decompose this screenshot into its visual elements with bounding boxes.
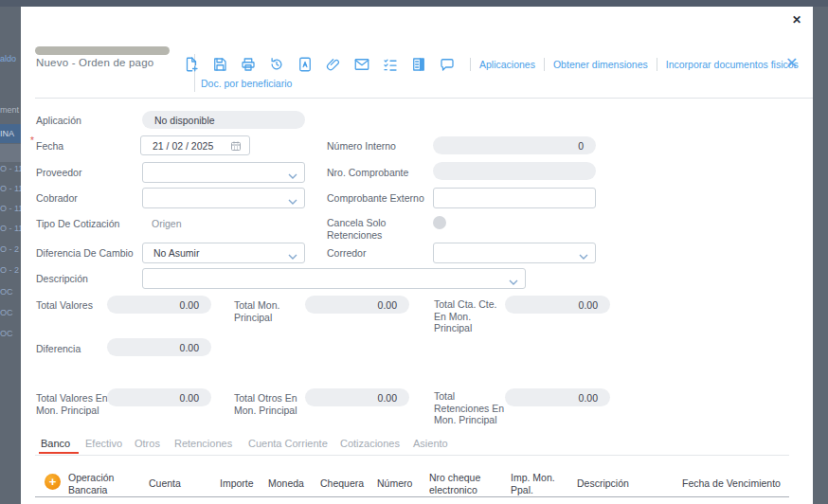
total-otros-mp-label: Total Otros En Mon. Principal [234,392,308,416]
payment-order-modal [21,7,813,504]
backdrop-row-fragment: O - 11 [0,224,21,233]
nro-comprobante-field [433,162,596,180]
backdrop-link-fragment: aldo [0,54,21,63]
cancela-retenciones-toggle [433,216,446,229]
journal-icon[interactable] [410,56,427,73]
numero-interno-field: 0 [433,136,596,154]
new-document-icon[interactable] [183,56,200,73]
column-header-operacion-bancaria: Operación Bancaria [68,472,123,495]
tipo-cotizacion-value: Origen [152,218,182,229]
column-header-chequera: Chequera [320,477,364,490]
aplicacion-field: No disponible [142,111,305,129]
column-header-nro-cheque-electronico: Nro cheque electronico [429,472,494,495]
email-icon[interactable] [353,56,370,73]
total-cta-cte-field: 0.00 [505,296,610,314]
total-valores-mp-field: 0.00 [107,388,211,406]
total-valores-field: 0.00 [107,296,211,314]
screen: aldo ment INA O - 11 O - 11 O - 11 O - 1… [0,0,828,504]
column-header-numero: Número [377,477,412,490]
loading-skeleton [35,46,170,55]
page-title: Nuevo - Orden de pago [36,56,180,69]
tab-cuenta-corriente[interactable]: Cuenta Corriente [248,438,328,449]
link-aplicaciones[interactable]: Aplicaciones [479,59,535,70]
total-valores-mp-label: Total Valores En Mon. Principal [36,392,114,416]
fecha-label: Fecha [36,140,63,153]
window-close-icon[interactable]: ✕ [792,13,801,27]
fecha-required-mark: * [30,135,34,146]
fecha-input[interactable]: 21 / 02 / 2025 [140,135,250,155]
column-header-importe: Importe [220,477,254,490]
grid-header-border [35,496,789,497]
column-header-cuenta: Cuenta [149,477,181,490]
link-incorporar-documentos[interactable]: Incorporar documentos fisicos [666,59,799,70]
backdrop-row-fragment: OC [0,329,21,338]
comment-icon[interactable] [439,56,456,73]
total-otros-mp-field: 0.00 [305,388,409,406]
total-retenciones-mp-field: 0.00 [505,388,610,406]
chevron-down-icon [288,170,297,181]
save-icon[interactable] [211,56,228,73]
total-mon-principal-label: Total Mon. Principal [234,299,295,323]
link-divider [657,58,657,71]
total-retenciones-mp-label: Total Retenciones En Mon. Principal [434,390,510,426]
attachment-icon[interactable] [325,56,342,73]
fecha-value: 21 / 02 / 2025 [153,140,213,152]
aplicacion-label: Aplicación [36,115,81,127]
total-mon-principal-field: 0.00 [305,296,409,314]
tab-otros[interactable]: Otros [135,438,160,449]
backdrop-row-fragment: OC [0,287,21,297]
header-rule [35,98,813,99]
print-icon[interactable] [240,56,257,73]
backdrop-row-fragment: O - 2 [0,265,21,275]
cobrador-label: Cobrador [36,192,78,205]
tab-cotizaciones[interactable]: Cotizaciones [340,438,400,449]
link-doc-por-beneficiario[interactable]: Doc. por beneficiario [201,78,292,89]
tab-retenciones[interactable]: Retenciones [174,438,232,449]
cancela-retenciones-label: Cancela Solo Retenciones [327,217,387,241]
backdrop-tab-fragment: ment [0,105,21,115]
backdrop-row-fragment: OC [0,308,21,317]
descripcion-label: Descripción [36,273,88,285]
descripcion-select[interactable] [142,268,526,289]
diferencia-cambio-select[interactable]: No Asumir [142,243,305,263]
history-icon[interactable] [268,56,285,73]
comprobante-externo-input[interactable] [433,188,596,208]
column-header-moneda: Moneda [268,477,304,490]
chevron-down-icon [288,250,297,261]
link-obtener-dimensiones[interactable]: Obtener dimensiones [553,59,648,70]
numero-interno-label: Número Interno [327,140,396,153]
column-header-descripcion: Descripción [577,477,629,490]
corredor-label: Corredor [327,247,366,260]
add-row-button[interactable]: + [45,474,61,490]
nro-comprobante-label: Nro. Comprobante [327,167,408,179]
modal-close-icon[interactable]: ✕ [785,54,798,72]
backdrop-row-fragment: O - 2 [0,244,21,254]
backdrop-row-fragment: O - 11 [0,184,21,193]
total-cta-cte-label: Total Cta. Cte. En Mon. Principal [434,298,502,334]
proveedor-select[interactable] [142,162,305,183]
link-divider [470,58,471,71]
link-divider [544,58,545,71]
tab-efectivo[interactable]: Efectivo [85,438,122,449]
backdrop-row-fragment: INA [0,129,21,138]
tab-banco[interactable]: Banco [41,438,70,449]
backdrop-row-fragment: O - 11 [0,164,21,173]
calendar-icon[interactable] [230,140,242,152]
tabs-border [35,455,789,456]
chevron-down-icon [509,276,518,287]
header-links: Aplicaciones Obtener dimensiones Incorpo… [461,58,799,71]
corredor-select[interactable] [433,243,596,263]
comprobante-externo-label: Comprobante Externo [327,192,424,205]
proveedor-label: Proveedor [36,167,81,179]
cobrador-select[interactable] [142,188,305,208]
column-header-imp-mon-ppal: Imp. Mon. Ppal. [511,472,566,495]
tipo-cotizacion-label: Tipo De Cotización [36,218,119,230]
checklist-icon[interactable] [382,56,399,73]
column-header-fecha-vencimiento: Fecha de Vencimiento [682,477,781,490]
export-pdf-icon[interactable] [297,56,314,73]
backdrop-row-fragment: O - 11 [0,204,21,213]
backdrop-header-band [0,144,21,162]
tab-asiento[interactable]: Asiento [413,438,448,449]
toolbar [183,56,456,73]
total-valores-label: Total Valores [36,299,93,312]
